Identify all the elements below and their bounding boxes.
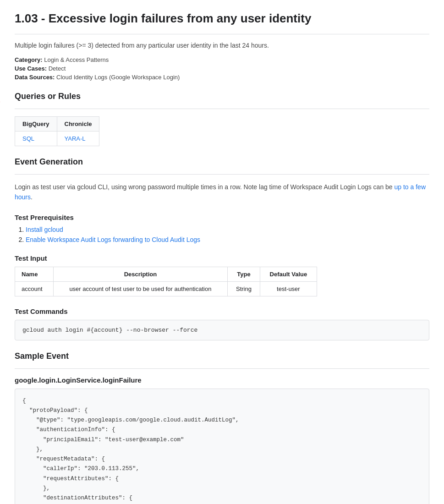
use-cases-value: Detect	[49, 65, 66, 72]
prereq-item-1: Install gcloud	[26, 226, 429, 233]
event-generation-heading: Event Generation	[15, 157, 429, 167]
prereq-link-2[interactable]: Enable Workspace Audit Logs forwarding t…	[26, 236, 200, 243]
command-box: gcloud auth login #{account} --no-browse…	[15, 320, 429, 340]
event-generation-section: Event Generation Login as test user via …	[15, 157, 429, 203]
input-account-type: String	[228, 281, 260, 296]
meta-block: Category: Login & Access Patterns Use Ca…	[15, 56, 429, 81]
yaral-link[interactable]: YARA-L	[65, 135, 86, 142]
category-value: Login & Access Patterns	[44, 56, 109, 63]
use-cases-meta: Use Cases: Detect	[15, 65, 429, 72]
use-cases-label: Use Cases:	[15, 65, 47, 72]
prereq-item-2: Enable Workspace Audit Logs forwarding t…	[26, 236, 429, 243]
queries-section: Queries or Rules BigQuery Chronicle SQL …	[15, 92, 429, 146]
test-commands-section: Test Commands gcloud auth login #{accoun…	[15, 307, 429, 340]
test-input-heading: Test Input	[15, 254, 429, 262]
event-type-label: google.login.LoginService.loginFailure	[15, 376, 429, 384]
queries-heading: Queries or Rules	[15, 92, 429, 101]
queries-yaral-link[interactable]: YARA-L	[57, 131, 99, 146]
input-account-default: test-user	[260, 281, 317, 296]
event-gen-text-before: Login as test user via gcloud CLI, using…	[15, 183, 395, 191]
queries-col-chronicle: Chronicle	[57, 116, 99, 131]
data-sources-label: Data Sources:	[15, 74, 55, 81]
input-col-type: Type	[228, 267, 260, 281]
prereq-list: Install gcloud Enable Workspace Audit Lo…	[15, 226, 429, 243]
test-input-section: Test Input Name Description Type Default…	[15, 254, 429, 296]
event-generation-text: Login as test user via gcloud CLI, using…	[15, 182, 429, 203]
queries-row: SQL YARA-L	[15, 131, 99, 146]
queries-table: BigQuery Chronicle SQL YARA-L	[15, 116, 99, 146]
data-sources-value: Cloud Identity Logs (Google Workspace Lo…	[56, 74, 180, 81]
page-title: 1.03 - Excessive login failures from any…	[15, 11, 429, 27]
category-meta: Category: Login & Access Patterns	[15, 56, 429, 63]
red-arrow-annotation	[0, 88, 17, 111]
sample-event-heading: Sample Event	[15, 351, 429, 361]
sql-link[interactable]: SQL	[22, 135, 34, 142]
json-content: { "protoPayload": { "@type": "type.googl…	[15, 389, 429, 504]
test-commands-heading: Test Commands	[15, 307, 429, 315]
subtitle: Multiple login failures (>= 3) detected …	[15, 42, 429, 49]
queries-sql-link[interactable]: SQL	[15, 131, 57, 146]
category-label: Category:	[15, 56, 43, 63]
command-text: gcloud auth login #{account} --no-browse…	[22, 327, 197, 334]
input-row: account user account of test user to be …	[15, 281, 317, 296]
input-col-default: Default Value	[260, 267, 317, 281]
sample-event-section: Sample Event google.login.LoginService.l…	[15, 351, 429, 504]
input-col-name: Name	[15, 267, 54, 281]
event-gen-text-after: .	[31, 193, 33, 201]
input-account-name: account	[15, 281, 54, 296]
test-prerequisites-heading: Test Prerequisites	[15, 214, 429, 221]
test-input-table: Name Description Type Default Value acco…	[15, 267, 317, 296]
input-account-description: user account of test user to be used for…	[53, 281, 227, 296]
input-col-description: Description	[53, 267, 227, 281]
queries-col-bigquery: BigQuery	[15, 116, 57, 131]
prereq-link-1[interactable]: Install gcloud	[26, 226, 63, 233]
test-prerequisites-section: Test Prerequisites Install gcloud Enable…	[15, 214, 429, 243]
data-sources-meta: Data Sources: Cloud Identity Logs (Googl…	[15, 74, 429, 81]
